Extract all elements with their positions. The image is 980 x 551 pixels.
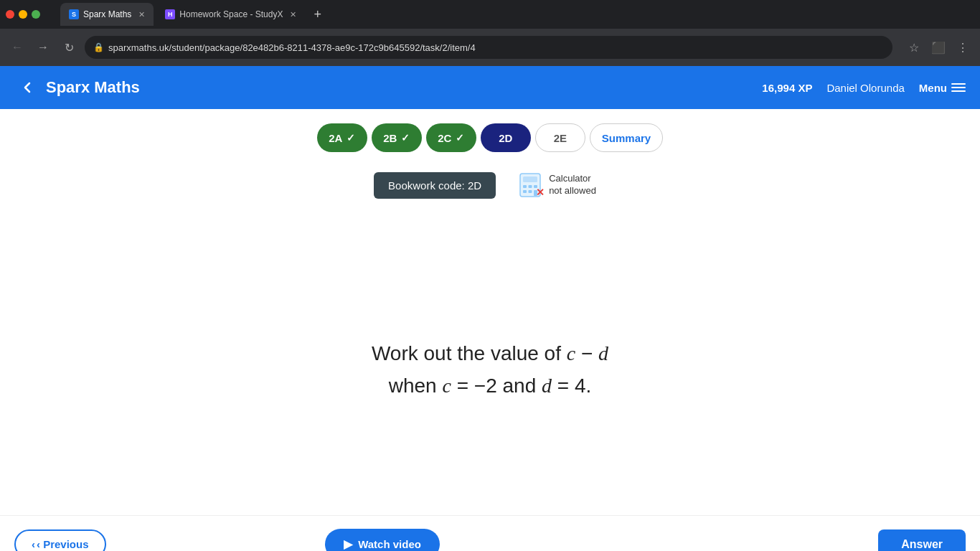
user-name: Daniel Olorunda: [826, 82, 904, 94]
tab-2b[interactable]: 2B ✓: [372, 123, 422, 152]
header-right: 16,994 XP Daniel Olorunda Menu: [762, 82, 966, 94]
app-logo: Sparx Maths: [46, 78, 140, 97]
calc-x-icon: ✕: [536, 187, 545, 198]
svg-rect-2: [523, 185, 527, 188]
tab-bar: S Sparx Maths ✕ H Homework Space - Study…: [0, 0, 980, 29]
tab-close-1[interactable]: ✕: [138, 10, 145, 19]
task-tabs: 2A ✓ 2B ✓ 2C ✓ 2D 2E Summary: [317, 123, 663, 152]
browser-chrome: S Sparx Maths ✕ H Homework Space - Study…: [0, 0, 980, 66]
watch-video-button[interactable]: ▶ Watch video: [325, 529, 440, 551]
tab-2e[interactable]: 2E: [535, 123, 585, 152]
main-content: 2A ✓ 2B ✓ 2C ✓ 2D 2E Summary Bookwork co…: [0, 109, 980, 515]
reload-button[interactable]: ↻: [59, 37, 79, 57]
previous-icon: ‹: [32, 538, 35, 550]
address-bar[interactable]: 🔒 sparxmaths.uk/student/package/82e482b6…: [85, 36, 892, 59]
calculator-badge: ✕ Calculator not allowed: [507, 166, 606, 204]
menu-button[interactable]: Menu: [919, 82, 966, 94]
svg-rect-1: [523, 176, 537, 182]
more-options-button[interactable]: ⋮: [953, 37, 973, 57]
video-icon: ▶: [344, 537, 352, 551]
tab-studyx[interactable]: H Homework Space - StudyX ✕: [156, 3, 305, 26]
calculator-label: Calculator not allowed: [549, 173, 596, 197]
svg-rect-5: [523, 190, 527, 193]
previous-button[interactable]: ‹ ‹ Previous: [14, 529, 106, 551]
header-back-button[interactable]: [14, 75, 40, 100]
address-bar-row: ← → ↻ 🔒 sparxmaths.uk/student/package/82…: [0, 29, 980, 66]
xp-display: 16,994 XP: [762, 82, 812, 94]
answer-button[interactable]: Answer: [878, 529, 966, 552]
forward-button[interactable]: →: [33, 37, 53, 57]
svg-rect-3: [529, 185, 532, 188]
hamburger-icon: [951, 83, 966, 92]
extension-button[interactable]: ⬛: [928, 37, 948, 57]
svg-rect-6: [529, 190, 532, 193]
tab-2a[interactable]: 2A ✓: [317, 123, 367, 152]
tab-2d[interactable]: 2D: [481, 123, 531, 152]
new-tab-button[interactable]: +: [308, 4, 327, 25]
bookmark-button[interactable]: ☆: [904, 37, 924, 57]
tab-2c[interactable]: 2C ✓: [426, 123, 476, 152]
lock-icon: 🔒: [93, 42, 104, 52]
tab-sparx[interactable]: S Sparx Maths ✕: [60, 3, 154, 26]
info-row: Bookwork code: 2D ✕ Calculator not allo: [374, 166, 606, 204]
question-area: Work out the value of c − d when c = −2 …: [372, 225, 608, 515]
question-text: Work out the value of c − d when c = −2 …: [372, 338, 608, 402]
bookwork-badge: Bookwork code: 2D: [374, 172, 496, 199]
calculator-icon: ✕: [517, 172, 543, 198]
bottom-bar: ‹ ‹ Previous ▶ Watch video Answer: [0, 515, 980, 551]
check-icon-2a: ✓: [347, 132, 355, 143]
tab-close-2[interactable]: ✕: [290, 10, 296, 19]
back-button[interactable]: ←: [7, 37, 27, 57]
app-header: Sparx Maths 16,994 XP Daniel Olorunda Me…: [0, 66, 980, 109]
tab-summary[interactable]: Summary: [590, 123, 663, 152]
check-icon-2b: ✓: [401, 132, 410, 143]
check-icon-2c: ✓: [456, 132, 464, 143]
